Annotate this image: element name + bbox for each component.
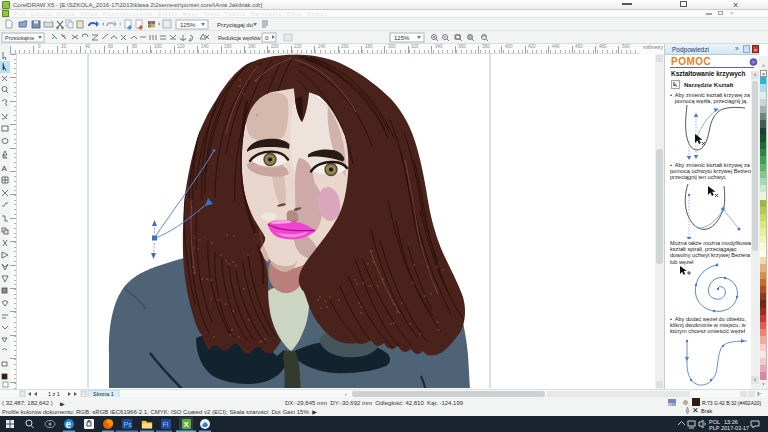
svg-text:Prostokątne: Prostokątne (5, 35, 34, 41)
svg-text:POL: POL (709, 419, 720, 425)
svg-text:Fl: Fl (163, 421, 169, 428)
svg-text:A: A (2, 164, 8, 173)
svg-text:PLP: PLP (709, 425, 720, 431)
svg-text:Ps: Ps (124, 421, 133, 428)
svg-text:13:26: 13:26 (724, 419, 738, 425)
svg-text:e: e (66, 419, 72, 430)
svg-text:125%: 125% (394, 35, 410, 41)
svg-text:2017-02-17: 2017-02-17 (721, 425, 749, 431)
svg-text:Przyciągaj do: Przyciągaj do (217, 22, 254, 28)
svg-text:Redukcja węzłów: Redukcja węzłów (218, 35, 261, 41)
svg-text:125%: 125% (180, 22, 196, 28)
svg-text:X: X (184, 420, 190, 429)
